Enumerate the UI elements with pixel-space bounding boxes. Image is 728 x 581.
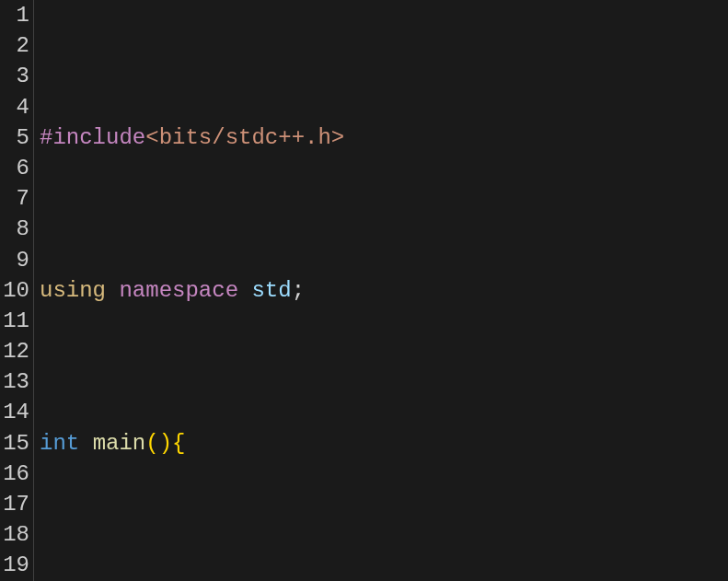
line-number: 16 [0,459,29,489]
line-number-gutter: 1 2 3 4 5 6 7 8 9 10 11 12 13 14 15 16 1… [0,0,34,581]
code-line[interactable]: #include<bits/stdc++.h> [40,122,344,153]
line-number: 15 [0,428,29,459]
line-number: 14 [0,397,29,427]
angle-open: < [145,125,158,150]
paren-token: ) [159,431,172,456]
line-number: 7 [0,183,29,214]
type-token: int [40,431,79,456]
punct-token: ; [292,278,305,303]
line-number: 6 [0,153,29,183]
line-number: 17 [0,489,29,519]
line-number: 1 [0,0,29,30]
paren-token: ( [145,431,158,456]
line-number: 10 [0,275,29,306]
header-name: bits/stdc++.h [159,125,331,150]
preprocessor-token: #include [40,125,145,150]
line-number: 12 [0,336,29,366]
line-number: 13 [0,366,29,397]
line-number: 9 [0,245,29,275]
line-number: 11 [0,306,29,336]
line-number: 5 [0,122,29,153]
line-number: 8 [0,214,29,244]
line-number: 3 [0,61,29,91]
function-token: main [93,431,146,456]
line-number: 4 [0,92,29,122]
keyword-token: using [40,278,106,303]
code-line[interactable]: int main(){ [40,428,344,459]
keyword-token: namespace [119,278,238,303]
line-number: 2 [0,30,29,61]
line-number: 19 [0,550,29,580]
code-area[interactable]: #include<bits/stdc++.h> using namespace … [34,0,344,581]
code-editor[interactable]: 1 2 3 4 5 6 7 8 9 10 11 12 13 14 15 16 1… [0,0,728,581]
brace-token: { [172,431,185,456]
identifier-token: std [251,278,291,303]
angle-close: > [331,125,344,150]
line-number: 18 [0,519,29,550]
code-line[interactable]: using namespace std; [40,275,344,306]
